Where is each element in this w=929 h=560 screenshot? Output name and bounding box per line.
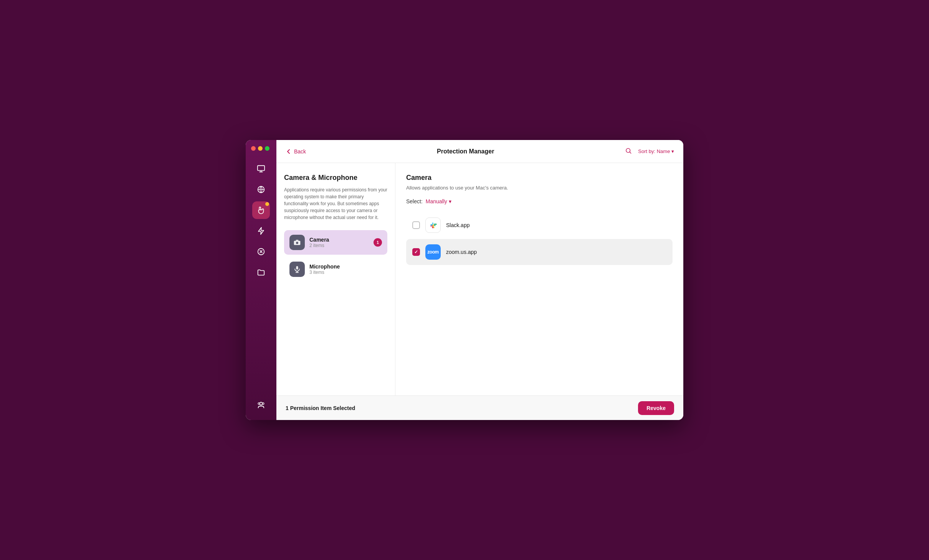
camera-icon <box>289 235 305 250</box>
minimize-button[interactable] <box>258 146 263 151</box>
microphone-icon <box>289 262 305 277</box>
sidebar-item-bolt[interactable] <box>252 222 270 240</box>
panel-heading: Camera & Microphone <box>284 174 387 182</box>
slack-app-name: Slack.app <box>446 222 469 228</box>
sidebar-item-folder[interactable] <box>252 264 270 281</box>
svg-point-5 <box>262 403 264 405</box>
sidebar-item-privacy[interactable] <box>252 201 270 219</box>
svg-rect-0 <box>258 166 264 171</box>
sidebar <box>246 140 276 420</box>
microphone-svg-icon <box>293 265 301 273</box>
close-button[interactable] <box>251 146 256 151</box>
microphone-name: Microphone <box>309 264 382 270</box>
section-description: Allows applications to use your Mac's ca… <box>406 185 673 191</box>
user-icon <box>257 401 265 409</box>
zoom-checkbox[interactable]: ✓ <box>412 248 420 256</box>
traffic-lights <box>246 146 269 151</box>
zoom-app-name: zoom.us.app <box>446 249 477 255</box>
main-content: Back Protection Manager Sort by: Name ▾ <box>276 140 683 420</box>
zoom-logo-text: zoom <box>427 249 438 255</box>
select-value: Manually <box>426 198 447 204</box>
svg-point-8 <box>296 242 298 244</box>
back-button[interactable]: Back <box>286 148 306 155</box>
svg-point-4 <box>258 403 260 405</box>
sort-chevron-icon: ▾ <box>671 148 674 154</box>
sidebar-item-user[interactable] <box>252 396 270 414</box>
select-label: Select: <box>406 198 423 204</box>
slack-checkbox[interactable] <box>412 221 420 229</box>
hand-icon <box>257 206 265 214</box>
right-panel: Camera Allows applications to use your M… <box>395 163 683 395</box>
sort-by-value[interactable]: Name ▾ <box>657 148 674 154</box>
zoom-app-icon: zoom <box>425 244 441 260</box>
sidebar-item-globe[interactable] <box>252 181 270 198</box>
app-item-zoom: ✓ zoom zoom.us.app <box>406 239 673 265</box>
microphone-info: Microphone 3 items <box>309 264 382 275</box>
page-title: Protection Manager <box>306 148 625 155</box>
microphone-count: 3 items <box>309 270 382 275</box>
globe-icon <box>257 185 265 194</box>
panel-description: Applications require various permissions… <box>284 186 387 221</box>
maximize-button[interactable] <box>265 146 269 151</box>
privacy-badge <box>265 202 269 206</box>
slack-logo-icon <box>428 221 438 230</box>
category-camera[interactable]: Camera 2 items 1 <box>284 230 387 255</box>
slack-app-icon <box>425 217 441 233</box>
bolt-icon <box>257 227 265 235</box>
sort-value-text: Name <box>657 148 670 154</box>
footer-status: 1 Permission Item Selected <box>286 405 355 411</box>
back-label: Back <box>294 148 306 155</box>
back-chevron-icon <box>286 148 292 155</box>
search-button[interactable] <box>625 147 632 156</box>
app-item-slack: Slack.app <box>406 212 673 238</box>
app-list: Slack.app ✓ zoom zoom.us.app <box>406 212 673 265</box>
sort-by-control[interactable]: Sort by: Name ▾ <box>638 148 674 154</box>
category-microphone[interactable]: Microphone 3 items <box>284 257 387 282</box>
camera-badge: 1 <box>374 238 382 247</box>
testflight-icon <box>257 247 265 256</box>
select-dropdown[interactable]: Manually ▾ <box>426 198 451 204</box>
sidebar-item-display[interactable] <box>252 160 270 178</box>
left-panel: Camera & Microphone Applications require… <box>276 163 395 395</box>
content-area: Camera & Microphone Applications require… <box>276 163 683 395</box>
footer: 1 Permission Item Selected Revoke <box>276 395 683 420</box>
camera-info: Camera 2 items <box>309 237 374 248</box>
camera-svg-icon <box>293 239 301 246</box>
titlebar: Back Protection Manager Sort by: Name ▾ <box>276 140 683 163</box>
titlebar-actions: Sort by: Name ▾ <box>625 147 674 156</box>
sort-by-label: Sort by: <box>638 148 655 154</box>
svg-rect-9 <box>296 266 298 270</box>
revoke-button[interactable]: Revoke <box>638 401 674 415</box>
select-row: Select: Manually ▾ <box>406 198 673 204</box>
dropdown-chevron-icon: ▾ <box>449 198 451 204</box>
camera-name: Camera <box>309 237 374 243</box>
section-title: Camera <box>406 174 673 182</box>
checkmark-icon: ✓ <box>414 249 418 255</box>
sidebar-item-testflight[interactable] <box>252 243 270 260</box>
folder-icon <box>257 268 265 277</box>
search-icon <box>625 147 632 154</box>
main-window: Back Protection Manager Sort by: Name ▾ <box>246 140 683 420</box>
camera-count: 2 items <box>309 243 374 248</box>
display-icon <box>257 165 265 173</box>
